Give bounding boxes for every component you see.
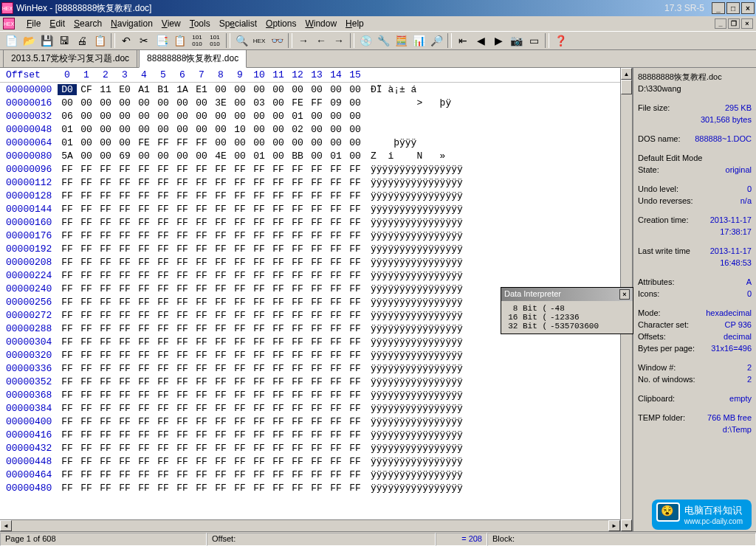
hex-byte[interactable]: FF <box>58 483 77 494</box>
page-icon[interactable]: ▭ <box>526 33 542 48</box>
position-icon[interactable]: ⇤ <box>455 33 471 48</box>
hex-byte[interactable]: FF <box>173 230 192 241</box>
hex-byte[interactable]: 00 <box>250 137 269 148</box>
hex-byte[interactable]: FF <box>77 310 96 321</box>
hex-byte[interactable]: BB <box>288 151 307 162</box>
hex-byte[interactable]: FF <box>346 283 365 294</box>
hex-byte[interactable]: FF <box>154 190 173 201</box>
hex-byte[interactable]: FF <box>269 483 288 494</box>
hex-byte[interactable]: 00 <box>211 111 230 122</box>
hex-byte[interactable]: FF <box>96 177 115 188</box>
hex-byte[interactable]: FF <box>192 297 211 308</box>
hex-byte[interactable]: FF <box>250 429 269 440</box>
ascii-cell[interactable] <box>365 124 490 135</box>
hex-byte[interactable]: FF <box>307 376 326 387</box>
save-disk-icon[interactable]: 🖫 <box>56 33 72 48</box>
menu-edit[interactable]: Edit <box>49 18 65 29</box>
hex-byte[interactable]: 00 <box>346 124 365 135</box>
child-close-button[interactable]: × <box>741 18 753 29</box>
hex-byte[interactable]: FF <box>230 336 250 348</box>
hex-byte[interactable]: 00 <box>77 137 96 148</box>
hex-byte[interactable]: FF <box>230 469 250 480</box>
save-icon[interactable]: 💾 <box>38 33 55 48</box>
hex-byte[interactable]: FF <box>326 429 346 440</box>
hex-byte[interactable]: FF <box>288 297 307 308</box>
hex-byte[interactable]: FF <box>346 456 365 467</box>
hex-byte[interactable]: FF <box>96 443 115 454</box>
ascii-cell[interactable]: Z i N » <box>365 151 490 162</box>
hex-byte[interactable]: 00 <box>269 151 288 162</box>
hex-byte[interactable]: FF <box>326 350 346 361</box>
hex-byte[interactable]: FF <box>269 243 288 255</box>
hex-byte[interactable]: 00 <box>192 151 211 162</box>
hex-byte[interactable]: FF <box>211 270 230 281</box>
hex-byte[interactable]: FF <box>250 217 269 228</box>
hex-byte[interactable]: FF <box>250 310 269 321</box>
hex-byte[interactable]: FF <box>96 350 115 361</box>
hex-row[interactable]: 00000208FFFFFFFFFFFFFFFFFFFFFFFFFFFFFFFF… <box>0 255 620 269</box>
hex-byte[interactable]: FF <box>58 403 77 414</box>
hex-byte[interactable]: FF <box>134 243 154 255</box>
hex-byte[interactable]: FF <box>230 297 250 308</box>
ascii-cell[interactable]: ÿÿÿÿÿÿÿÿÿÿÿÿÿÿÿÿ <box>365 363 490 374</box>
menu-specialist[interactable]: Specialist <box>219 18 257 29</box>
hex-byte[interactable]: 00 <box>154 124 173 135</box>
hex-byte[interactable]: FF <box>250 323 269 334</box>
ascii-cell[interactable]: ÿÿÿÿÿÿÿÿÿÿÿÿÿÿÿÿ <box>365 177 490 188</box>
hex-byte[interactable]: FF <box>115 310 134 321</box>
hex-byte[interactable]: FF <box>77 390 96 401</box>
hex-byte[interactable]: FF <box>115 350 134 361</box>
hex-byte[interactable]: FF <box>211 310 230 321</box>
hex-byte[interactable]: 00 <box>307 84 326 95</box>
hex-byte[interactable]: FF <box>192 469 211 480</box>
hex-byte[interactable]: FF <box>173 164 192 175</box>
hex-row[interactable]: 00000368FFFFFFFFFFFFFFFFFFFFFFFFFFFFFFFF… <box>0 388 620 401</box>
hex-byte[interactable]: FF <box>230 483 250 494</box>
hex-byte[interactable]: FF <box>115 164 134 175</box>
hex-byte[interactable]: FF <box>154 297 173 308</box>
hex-byte[interactable]: FF <box>230 230 250 241</box>
hex-byte[interactable]: FF <box>269 416 288 427</box>
hex-byte[interactable]: FF <box>192 429 211 440</box>
hex-byte[interactable]: FF <box>58 310 77 321</box>
hex-byte[interactable]: FF <box>173 376 192 387</box>
menu-navigation[interactable]: Navigation <box>111 18 153 29</box>
hex-byte[interactable]: FF <box>211 390 230 401</box>
hex-byte[interactable]: 00 <box>346 151 365 162</box>
hex-byte[interactable]: FF <box>211 243 230 255</box>
ascii-cell[interactable]: ÿÿÿÿÿÿÿÿÿÿÿÿÿÿÿÿ <box>365 190 490 201</box>
hex-byte[interactable]: FF <box>134 190 154 201</box>
hex-byte[interactable]: FF <box>77 283 96 294</box>
hex-byte[interactable]: FF <box>346 323 365 334</box>
hex-byte[interactable]: 03 <box>250 97 269 108</box>
hex-byte[interactable]: 01 <box>288 111 307 122</box>
hex-byte[interactable]: FF <box>58 243 77 255</box>
hex-byte[interactable]: FF <box>173 416 192 427</box>
hex-byte[interactable]: FF <box>211 297 230 308</box>
hex-byte[interactable]: FF <box>230 456 250 467</box>
hex-byte[interactable]: FF <box>192 310 211 321</box>
hex-byte[interactable]: 00 <box>134 124 154 135</box>
hex-byte[interactable]: FF <box>115 376 134 387</box>
hex-byte[interactable]: FF <box>173 469 192 480</box>
hex-byte[interactable]: FF <box>211 283 230 294</box>
hex-byte[interactable]: 00 <box>346 111 365 122</box>
hex-byte[interactable]: FF <box>346 310 365 321</box>
hex-byte[interactable]: FF <box>96 243 115 255</box>
hex-byte[interactable]: FF <box>173 429 192 440</box>
hex-byte[interactable]: 00 <box>96 97 115 108</box>
hex-byte[interactable]: FF <box>77 336 96 348</box>
hex-byte[interactable]: FF <box>288 190 307 201</box>
interpreter-close-button[interactable]: × <box>619 289 630 300</box>
hex-byte[interactable]: FF <box>154 177 173 188</box>
hex-byte[interactable]: FF <box>77 469 96 480</box>
hex-byte[interactable]: FF <box>250 456 269 467</box>
hex-byte[interactable]: 00 <box>173 124 192 135</box>
hex-byte[interactable]: FF <box>96 310 115 321</box>
hex-byte[interactable]: FF <box>77 456 96 467</box>
hex-byte[interactable]: 00 <box>326 124 346 135</box>
ascii-cell[interactable] <box>365 111 490 122</box>
hex-byte[interactable]: FF <box>326 443 346 454</box>
hex-byte[interactable]: FF <box>346 390 365 401</box>
ascii-cell[interactable]: ÿÿÿÿÿÿÿÿÿÿÿÿÿÿÿÿ <box>365 297 490 308</box>
